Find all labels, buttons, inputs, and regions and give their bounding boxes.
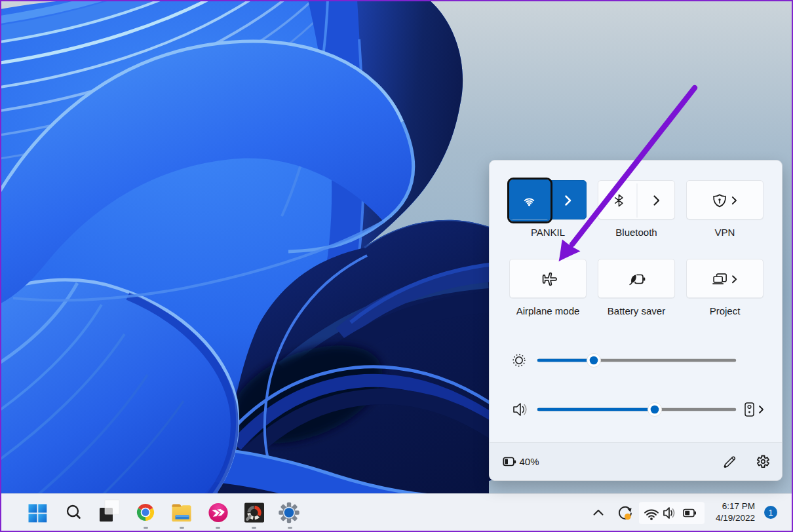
svg-text:4/19/2022: 4/19/2022 <box>716 513 755 523</box>
svg-text:6:17 PM: 6:17 PM <box>722 501 755 511</box>
svg-text:1: 1 <box>769 508 773 518</box>
